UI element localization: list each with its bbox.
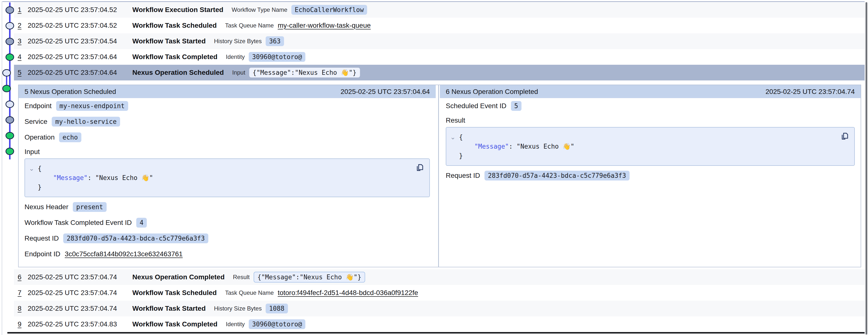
detail-field-value: present — [73, 202, 106, 212]
event-detail-panel-header[interactable]: 6 Nexus Operation Completed 2025-02-25 U… — [440, 85, 861, 98]
detail-field: Request ID 283fd070-d57a-4423-bdca-c5c77… — [25, 230, 430, 246]
json-key: "Message" — [474, 143, 509, 150]
event-row-7[interactable]: 7 2025-02-25 UTC 23:57:04.74 Workflow Ta… — [14, 285, 865, 301]
timeline-dot-6-completed[interactable] — [3, 85, 10, 92]
collapse-chevron-icon[interactable]: ⌄ — [29, 165, 34, 172]
event-attribute-value: EchoCallerWorkflow — [291, 5, 367, 15]
copy-icon[interactable] — [840, 132, 849, 141]
json-key: "Message" — [53, 174, 88, 182]
panel-timestamp: 2025-02-25 UTC 23:57:04.64 — [341, 88, 430, 96]
event-attribute-label: Task Queue Name — [225, 22, 274, 29]
detail-field-value: 283fd070-d57a-4423-bdca-c5c779e6a3f3 — [485, 171, 629, 180]
vertical-scrollbar-thumb[interactable] — [866, 2, 867, 335]
code-line: { — [459, 133, 848, 142]
detail-field-label: Request ID — [25, 234, 59, 242]
timeline-dot-1-started[interactable] — [6, 7, 14, 13]
panel-timestamp: 2025-02-25 UTC 23:57:04.74 — [766, 88, 855, 96]
event-id-link[interactable]: 9 — [18, 320, 28, 328]
event-name: Nexus Operation Scheduled — [132, 69, 224, 77]
detail-field-label: Request ID — [446, 172, 480, 179]
timeline-dot-8-started[interactable] — [6, 117, 14, 123]
event-row-6[interactable]: 6 2025-02-25 UTC 23:57:04.74 Nexus Opera… — [14, 269, 865, 285]
event-name: Workflow Execution Started — [132, 6, 223, 14]
detail-field-label: Input — [25, 145, 430, 159]
event-timestamp: 2025-02-25 UTC 23:57:04.64 — [28, 53, 132, 61]
detail-field-value: 283fd070-d57a-4423-bdca-c5c779e6a3f3 — [63, 233, 208, 243]
event-attribute-value[interactable]: totoro:f494fecf-2d51-4d48-bdcd-036a0f912… — [278, 289, 418, 297]
event-row-1[interactable]: 1 2025-02-25 UTC 23:57:04.52 Workflow Ex… — [14, 2, 865, 18]
event-attribute-label: Input — [232, 69, 245, 76]
workflow-history-view: 1 2025-02-25 UTC 23:57:04.52 Workflow Ex… — [0, 0, 868, 335]
event-id-link[interactable]: 6 — [18, 273, 28, 281]
copy-icon[interactable] — [415, 163, 425, 172]
event-rows-top: 1 2025-02-25 UTC 23:57:04.52 Workflow Ex… — [14, 2, 865, 80]
event-attribute-label: Identity — [226, 321, 245, 328]
event-name: Nexus Operation Completed — [132, 273, 225, 281]
copy-icon — [415, 163, 425, 172]
code-line: } — [38, 183, 424, 192]
event-detail-panel-header[interactable]: 5 Nexus Operation Scheduled 2025-02-25 U… — [19, 85, 436, 98]
event-attribute-value: {"Message":"Nexus Echo 👋"} — [249, 68, 360, 78]
event-timestamp: 2025-02-25 UTC 23:57:04.74 — [28, 289, 132, 297]
timeline-dot-5-scheduled[interactable] — [3, 69, 10, 76]
detail-field: Service my-hello-service — [25, 114, 430, 130]
event-detail-panel-body: Scheduled Event ID 5 Result ⌄ { "Message… — [440, 98, 861, 184]
event-detail-panels: 5 Nexus Operation Scheduled 2025-02-25 U… — [18, 85, 861, 267]
json-code-block: ⌄ { "Message": "Nexus Echo 👋" } — [446, 127, 855, 166]
detail-field-label: Service — [25, 118, 47, 125]
code-line: "Message": "Nexus Echo 👋" — [38, 173, 424, 183]
detail-field-label: Endpoint — [25, 102, 52, 110]
detail-field-value: my-hello-service — [52, 117, 120, 127]
event-row-8[interactable]: 8 2025-02-25 UTC 23:57:04.74 Workflow Ta… — [14, 301, 865, 316]
detail-field-label: Operation — [25, 133, 55, 141]
panel-title: 5 Nexus Operation Scheduled — [25, 88, 116, 96]
detail-code-field: Result ⌄ { "Message": "Nexus Echo 👋" } — [446, 114, 855, 166]
timeline-dot-4-completed[interactable] — [6, 54, 14, 61]
event-row-2[interactable]: 2 2025-02-25 UTC 23:57:04.52 Workflow Ta… — [14, 18, 865, 33]
event-attribute-value[interactable]: my-caller-workflow-task-queue — [278, 22, 371, 29]
detail-field-label: Result — [446, 114, 855, 127]
event-name: Workflow Task Started — [132, 37, 206, 45]
event-timestamp: 2025-02-25 UTC 23:57:04.52 — [28, 22, 132, 29]
code-line: "Message": "Nexus Echo 👋" — [459, 142, 848, 151]
event-id-link[interactable]: 1 — [18, 6, 28, 14]
event-attribute-value: 30960@totoro@ — [249, 52, 306, 62]
event-id-link[interactable]: 8 — [18, 305, 28, 312]
vertical-scrollbar[interactable] — [865, 1, 868, 335]
detail-field: Endpoint my-nexus-endpoint — [25, 98, 430, 114]
event-row-4[interactable]: 4 2025-02-25 UTC 23:57:04.64 Workflow Ta… — [14, 49, 865, 65]
event-timestamp: 2025-02-25 UTC 23:57:04.83 — [28, 320, 132, 328]
detail-field: Request ID 283fd070-d57a-4423-bdca-c5c77… — [446, 168, 855, 184]
json-code-block: ⌄ { "Message": "Nexus Echo 👋" } — [25, 159, 430, 197]
event-id-link[interactable]: 5 — [18, 69, 28, 77]
timeline-dot-10-completed[interactable] — [6, 148, 14, 155]
event-id-link[interactable]: 3 — [18, 37, 28, 45]
timeline-dot-3-started[interactable] — [6, 38, 14, 45]
detail-field-value[interactable]: 3c0c75ccfa8144b092c13ce632463761 — [65, 250, 183, 258]
event-id-link[interactable]: 2 — [18, 22, 28, 29]
timeline-dot-7-scheduled[interactable] — [6, 101, 14, 108]
event-name: Workflow Task Scheduled — [132, 22, 217, 29]
event-detail-panel-5: 5 Nexus Operation Scheduled 2025-02-25 U… — [19, 85, 438, 267]
event-timestamp: 2025-02-25 UTC 23:57:04.54 — [28, 37, 132, 45]
event-attribute-label: History Size Bytes — [214, 305, 262, 312]
event-row-9[interactable]: 9 2025-02-25 UTC 23:57:04.83 Workflow Ta… — [14, 316, 865, 332]
event-id-link[interactable]: 4 — [18, 53, 28, 61]
event-id-link[interactable]: 7 — [18, 289, 28, 297]
event-row-5[interactable]: 5 2025-02-25 UTC 23:57:04.64 Nexus Opera… — [14, 65, 865, 80]
detail-field-value: 4 — [136, 218, 147, 228]
event-name: Workflow Task Started — [132, 305, 206, 312]
event-attribute-value: 30960@totoro@ — [249, 319, 306, 329]
timeline-dot-2-scheduled[interactable] — [6, 23, 14, 29]
collapse-chevron-icon[interactable]: ⌄ — [450, 134, 456, 140]
detail-field-label: Nexus Header — [25, 203, 68, 211]
panel-title: 6 Nexus Operation Completed — [446, 88, 538, 96]
event-detail-panel-6: 6 Nexus Operation Completed 2025-02-25 U… — [439, 85, 861, 267]
event-timestamp: 2025-02-25 UTC 23:57:04.64 — [28, 69, 132, 77]
timeline-dot-9-completed[interactable] — [6, 133, 14, 139]
event-attribute-label: History Size Bytes — [214, 38, 262, 45]
event-attribute-label: Task Queue Name — [225, 289, 274, 296]
event-timestamp: 2025-02-25 UTC 23:57:04.52 — [28, 6, 132, 14]
event-attribute-value: {"Message":"Nexus Echo 👋"} — [254, 272, 365, 282]
event-row-3[interactable]: 3 2025-02-25 UTC 23:57:04.54 Workflow Ta… — [14, 33, 865, 49]
